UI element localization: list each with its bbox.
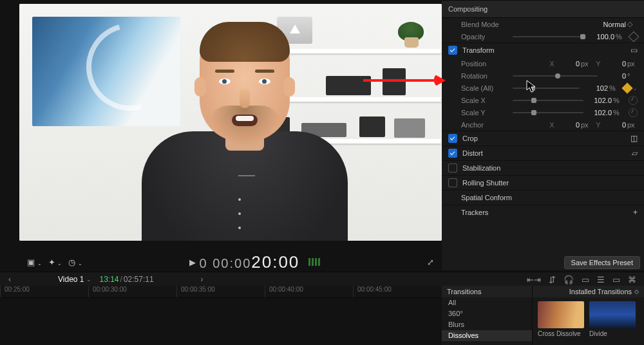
timeline-ruler[interactable]: 00:25:00 00:00:30:00 00:00:35:00 00:00:4… bbox=[0, 286, 442, 298]
timeline-tracks[interactable] bbox=[0, 298, 442, 345]
keyframe-active-icon[interactable] bbox=[622, 82, 633, 93]
transition-divide[interactable]: Divide bbox=[589, 301, 636, 337]
scale-x-row[interactable]: Scale X 102.0% bbox=[442, 94, 644, 106]
snap-icon[interactable]: ⇤⇥ bbox=[527, 275, 541, 284]
stabilization-checkbox[interactable] bbox=[448, 163, 457, 172]
crop-icon[interactable]: ◫ bbox=[630, 134, 638, 143]
clip-duration: 02:57:11 bbox=[124, 275, 154, 284]
reset-icon[interactable] bbox=[629, 96, 638, 105]
scale-y-row[interactable]: Scale Y 102.0% bbox=[442, 106, 644, 118]
enhance-tool-icon[interactable]: ✦ ⌄ bbox=[48, 257, 62, 267]
spatial-conform-group[interactable]: Spatial Conform bbox=[442, 190, 644, 205]
reset-icon[interactable] bbox=[629, 108, 638, 117]
rolling-shutter-checkbox[interactable] bbox=[448, 178, 457, 187]
crop-checkbox[interactable] bbox=[448, 134, 457, 143]
video-frame-illustration bbox=[19, 4, 442, 241]
timecode-display[interactable]: 0 00:0020:00 bbox=[200, 252, 300, 272]
distort-icon[interactable]: ▱ bbox=[632, 149, 638, 158]
transition-cross-dissolve[interactable]: Cross Dissolve bbox=[538, 301, 584, 337]
anchor-row[interactable]: Anchor X0px Y0px bbox=[442, 118, 644, 131]
chevron-down-icon[interactable]: ⌄ bbox=[86, 276, 91, 283]
save-effects-preset-button[interactable]: Save Effects Preset bbox=[564, 256, 640, 269]
category-all[interactable]: All bbox=[442, 297, 532, 308]
play-button[interactable]: ▶ bbox=[189, 257, 196, 267]
clip-position: 13:14 bbox=[99, 275, 118, 284]
transform-group[interactable]: Transform ▭ bbox=[442, 42, 644, 57]
video-inspector: Compositing Blend Mode Normal◇ Opacity 1… bbox=[442, 0, 644, 270]
transitions-header: Transitions bbox=[442, 286, 532, 297]
fullscreen-icon[interactable]: ⤢ bbox=[427, 257, 434, 267]
category-blurs[interactable]: Blurs bbox=[442, 319, 532, 330]
viewer-toolbar: ▣ ⌄ ✦ ⌄ ◷ ⌄ ▶ 0 00:0020:00 ⤢ bbox=[19, 254, 442, 270]
category-dissolves[interactable]: Dissolves bbox=[442, 330, 532, 341]
add-tracker-icon[interactable]: + bbox=[633, 208, 638, 217]
index-icon[interactable]: ☰ bbox=[597, 275, 605, 284]
distort-checkbox[interactable] bbox=[448, 149, 457, 158]
rolling-shutter-group[interactable]: Rolling Shutter bbox=[442, 175, 644, 190]
category-360[interactable]: 360° bbox=[442, 308, 532, 319]
rotation-row[interactable]: Rotation 0° bbox=[442, 70, 644, 82]
audio-meters bbox=[308, 258, 320, 266]
blend-mode-row[interactable]: Blend Mode Normal◇ bbox=[442, 18, 644, 30]
solo-icon[interactable]: ▭ bbox=[582, 275, 589, 284]
crop-tool-icon[interactable]: ▣ ⌄ bbox=[27, 257, 42, 267]
position-row[interactable]: Position X0px Y0px bbox=[442, 57, 644, 70]
transform-checkbox[interactable] bbox=[448, 46, 457, 55]
stabilization-group[interactable]: Stabilization bbox=[442, 160, 644, 175]
prev-edit-icon[interactable]: ‹ bbox=[0, 275, 19, 284]
effects-browser: Transitions All 360° Blurs Dissolves Ins… bbox=[442, 286, 644, 345]
effects-icon[interactable]: ⌘ bbox=[628, 275, 636, 284]
skimming-icon[interactable]: ⇵ bbox=[549, 275, 556, 284]
next-edit-icon[interactable]: › bbox=[193, 275, 212, 284]
transform-icon[interactable]: ▭ bbox=[630, 46, 638, 55]
distort-group[interactable]: Distort ▱ bbox=[442, 145, 644, 160]
keyframe-icon[interactable] bbox=[629, 31, 639, 42]
crop-group[interactable]: Crop ◫ bbox=[442, 131, 644, 145]
window-icon[interactable]: ▭ bbox=[612, 275, 620, 284]
clip-strip: ‹ Video 1⌄ 13:14 / 02:57:11 › ⇤⇥ ⇵ 🎧 ▭ ☰… bbox=[0, 272, 644, 287]
compositing-header: Compositing bbox=[442, 0, 644, 18]
installed-transitions-header[interactable]: Installed Transitions◇ bbox=[533, 286, 644, 297]
retime-tool-icon[interactable]: ◷ ⌄ bbox=[68, 257, 82, 267]
viewer-canvas[interactable] bbox=[19, 4, 442, 241]
timeline[interactable]: 00:25:00 00:00:30:00 00:00:35:00 00:00:4… bbox=[0, 286, 442, 345]
trackers-group[interactable]: Trackers + bbox=[442, 205, 644, 219]
scale-all-row[interactable]: Scale (All) 102% ⌄ bbox=[442, 82, 644, 94]
opacity-row[interactable]: Opacity 100.0% bbox=[442, 30, 644, 42]
audio-icon[interactable]: 🎧 bbox=[564, 275, 574, 284]
clip-name[interactable]: Video 1 bbox=[58, 275, 84, 284]
